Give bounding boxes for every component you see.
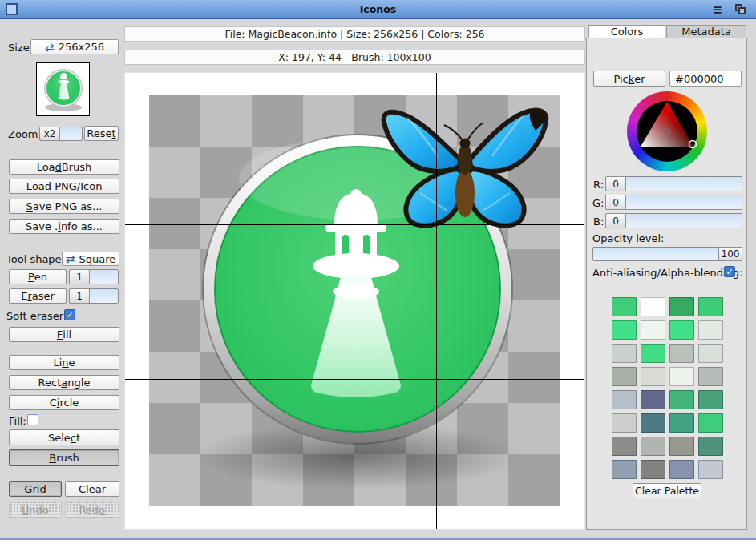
tool-shape-value: Square xyxy=(79,253,115,265)
palette-swatch[interactable] xyxy=(698,390,723,409)
eraser-size-value[interactable]: 1 xyxy=(69,288,90,304)
palette-swatch[interactable] xyxy=(669,297,694,316)
clear-palette-button[interactable]: Clear Palette xyxy=(633,483,701,498)
fill-button[interactable]: Fill xyxy=(9,327,119,342)
rectangle-button[interactable]: Rectangle xyxy=(9,375,119,390)
palette-swatch[interactable] xyxy=(612,460,637,479)
palette-swatch[interactable] xyxy=(641,297,665,316)
palette-swatch[interactable] xyxy=(641,390,665,409)
palette-swatch[interactable] xyxy=(669,320,694,340)
color-wheel[interactable] xyxy=(627,91,707,171)
icon-preview xyxy=(36,62,90,116)
r-label: R: xyxy=(593,179,604,191)
g-value[interactable]: 0 xyxy=(605,195,626,210)
palette-swatch[interactable] xyxy=(698,437,723,456)
soft-eraser-checkbox[interactable]: ✓ xyxy=(64,309,75,320)
palette-swatch[interactable] xyxy=(612,297,637,316)
menu-icon[interactable]: ≡ xyxy=(712,3,722,16)
app-window: Iconos ≡ Size: ⇄ 256x256 Zoom: xyxy=(0,0,756,540)
restore-icon[interactable] xyxy=(735,4,746,14)
pen-size-stepper[interactable]: 1 xyxy=(69,269,119,284)
soft-eraser-label: Soft eraser: xyxy=(6,310,67,322)
b-slider[interactable]: 0 xyxy=(605,213,742,228)
b-value[interactable]: 0 xyxy=(605,213,626,228)
opacity-slider[interactable]: 100 xyxy=(592,247,742,261)
zoom-value[interactable]: x2 xyxy=(39,127,60,141)
save-png-button[interactable]: Save PNG as... xyxy=(9,199,119,214)
r-value[interactable]: 0 xyxy=(605,176,626,191)
opacity-value[interactable]: 100 xyxy=(718,247,742,261)
select-button[interactable]: Select xyxy=(9,429,119,445)
tab-colors[interactable]: Colors xyxy=(588,25,665,38)
palette-swatch[interactable] xyxy=(669,460,694,479)
palette-swatch[interactable] xyxy=(698,460,723,479)
grid-button[interactable]: Grid xyxy=(9,481,62,497)
file-info-bar: File: MagicBeacon.info | Size: 256x256 |… xyxy=(124,26,585,42)
canvas-image xyxy=(125,73,584,529)
load-png-button[interactable]: Load PNG/Icon xyxy=(9,179,119,194)
reset-button[interactable]: Reset xyxy=(84,126,119,141)
r-slider[interactable]: 0 xyxy=(605,176,742,191)
check-icon: ✓ xyxy=(726,267,733,277)
antialias-checkbox[interactable]: ✓ xyxy=(724,266,735,277)
zoom-stepper[interactable]: x2 xyxy=(39,127,83,141)
palette-swatch[interactable] xyxy=(612,344,637,363)
tool-shape-dropdown[interactable]: ⇄ Square xyxy=(62,252,119,266)
swap-icon: ⇄ xyxy=(45,43,55,51)
palette-swatch[interactable] xyxy=(698,344,723,363)
opacity-label: Opacity level: xyxy=(592,232,664,244)
brush-button[interactable]: Brush xyxy=(9,449,119,466)
palette-swatch[interactable] xyxy=(612,367,637,386)
drawing-canvas[interactable] xyxy=(124,72,585,530)
icon-preview-image xyxy=(37,63,89,115)
g-slider[interactable]: 0 xyxy=(605,195,742,210)
redo-button: Redo xyxy=(65,502,119,518)
palette-swatch[interactable] xyxy=(641,460,665,479)
eraser-size-stepper[interactable]: 1 xyxy=(69,288,119,304)
save-info-button[interactable]: Save .info as... xyxy=(9,219,119,234)
fill-checkbox[interactable] xyxy=(27,414,38,425)
palette-swatch[interactable] xyxy=(641,320,665,340)
window-title: Iconos xyxy=(0,3,756,15)
tab-metadata[interactable]: Metadata xyxy=(666,25,746,38)
palette-swatch[interactable] xyxy=(669,390,694,409)
palette-swatch[interactable] xyxy=(612,437,637,456)
palette-swatch[interactable] xyxy=(698,367,723,386)
b-label: B: xyxy=(593,216,604,228)
palette-swatch[interactable] xyxy=(641,367,665,386)
pen-button[interactable]: Pen xyxy=(9,269,67,284)
zoom-label: Zoom: xyxy=(8,128,42,140)
g-label: G: xyxy=(592,197,604,209)
palette-swatch[interactable] xyxy=(612,413,637,433)
check-icon: ✓ xyxy=(66,310,73,320)
palette-swatch[interactable] xyxy=(669,437,694,456)
size-label: Size: xyxy=(8,42,33,54)
palette-swatch[interactable] xyxy=(641,437,665,456)
palette-swatch[interactable] xyxy=(669,344,694,363)
restore-front-square xyxy=(738,7,746,14)
palette-swatch[interactable] xyxy=(612,390,637,409)
pen-size-value[interactable]: 1 xyxy=(69,269,90,284)
palette-swatch[interactable] xyxy=(669,367,694,386)
eraser-button[interactable]: Eraser xyxy=(9,288,67,304)
clear-button[interactable]: Clear xyxy=(65,481,119,497)
palette-grid xyxy=(612,297,723,479)
palette-swatch[interactable] xyxy=(612,320,637,340)
load-brush-button[interactable]: Load Brush xyxy=(9,159,119,175)
palette-swatch[interactable] xyxy=(698,413,723,433)
palette-swatch[interactable] xyxy=(641,413,665,433)
line-button[interactable]: Line xyxy=(9,355,119,370)
picker-button[interactable]: Picker xyxy=(593,71,665,87)
circle-button[interactable]: Circle xyxy=(9,395,119,410)
hex-color-input[interactable] xyxy=(669,71,742,87)
palette-swatch[interactable] xyxy=(698,320,723,340)
title-bar[interactable]: Iconos ≡ xyxy=(0,0,756,19)
cursor-info-bar: X: 197, Y: 44 - Brush: 100x100 xyxy=(124,50,585,65)
palette-swatch[interactable] xyxy=(641,344,665,363)
palette-swatch[interactable] xyxy=(698,297,723,316)
palette-swatch[interactable] xyxy=(669,413,694,433)
swap-icon: ⇄ xyxy=(66,255,75,263)
color-triangle[interactable] xyxy=(627,91,707,171)
size-dropdown[interactable]: ⇄ 256x256 xyxy=(30,39,119,54)
fill-checkbox-label: Fill: xyxy=(9,415,26,427)
